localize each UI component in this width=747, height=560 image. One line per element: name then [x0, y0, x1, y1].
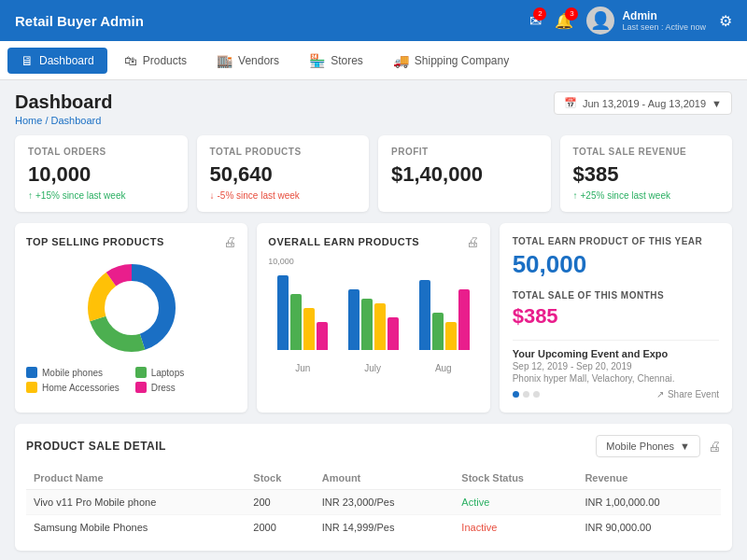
- date-range-picker[interactable]: 📅 Jun 13,2019 - Aug 13,2019 ▼: [554, 91, 732, 115]
- dashboard-icon: 🖥: [21, 53, 34, 68]
- legend-dot-home: [26, 382, 37, 393]
- bar-chart: 10,000: [268, 257, 478, 359]
- col-revenue: Revenue: [577, 467, 721, 490]
- dot-1[interactable]: [513, 391, 519, 398]
- event-footer: ↗ Share Event: [513, 389, 719, 399]
- category-dropdown[interactable]: Mobile Phones ▼: [596, 435, 700, 457]
- bar-jun-dress: [317, 322, 328, 350]
- arrow-down-icon: ↓: [210, 190, 215, 201]
- donut-legend: Mobile phones Laptops Home Accessories D…: [26, 367, 236, 393]
- bar-group-july: [340, 289, 407, 350]
- main-content: Dashboard Home / Dashboard 📅 Jun 13,2019…: [0, 80, 747, 560]
- earn-year-title: TOTAL EARN PRODUCT OF THIS YEAR: [513, 236, 719, 246]
- bar-aug-laptops: [432, 313, 444, 350]
- stat-sale-revenue: TOTAL SALE REVENUE $385 ↑ +25% since las…: [560, 135, 733, 212]
- breadcrumb-current: Dashboard: [51, 115, 102, 126]
- cell-status: Active: [454, 490, 577, 515]
- chevron-down-icon-2: ▼: [680, 441, 690, 452]
- nav-label-products: Products: [143, 54, 187, 67]
- bell-badge: 3: [565, 7, 578, 21]
- event-title: Your Upcoming Event and Expo: [513, 348, 719, 359]
- x-label-july: July: [364, 363, 381, 373]
- user-profile[interactable]: 👤 Admin Last seen : Active now: [586, 7, 706, 35]
- print-icon-2[interactable]: 🖨: [466, 234, 479, 249]
- bar-aug-mobile: [419, 280, 430, 350]
- nav-item-products[interactable]: 🛍 Products: [111, 48, 200, 74]
- mail-icon[interactable]: ✉ 2: [529, 12, 542, 30]
- stat-value-revenue: $385: [573, 162, 720, 187]
- overall-earn-card: OVERALL EARN PRODUCTS 🖨 10,000: [257, 223, 489, 413]
- col-product-name: Product Name: [26, 467, 246, 490]
- app-title: Retail Buyer Admin: [15, 13, 144, 29]
- cell-stock: 200: [246, 490, 314, 515]
- bar-aug-home: [445, 322, 457, 350]
- arrow-up-icon: ↑: [28, 190, 33, 201]
- nav-item-vendors[interactable]: 🏬 Vendors: [204, 48, 292, 74]
- stat-label-profit: PROFIT: [391, 147, 538, 157]
- x-label-aug: Aug: [435, 363, 452, 373]
- top-selling-card: TOP SELLING PRODUCTS 🖨 Mobile phones: [15, 223, 247, 413]
- table-row: Vivo v11 Pro Mobile phone 200 INR 23,000…: [26, 490, 721, 515]
- bar-group-jun: [268, 275, 335, 350]
- overall-earn-title: OVERALL EARN PRODUCTS: [268, 236, 419, 247]
- products-icon: 🛍: [124, 53, 137, 68]
- cell-revenue: INR 90,000.00: [577, 515, 721, 540]
- bar-july-laptops: [361, 299, 373, 350]
- calendar-icon: 📅: [564, 97, 577, 109]
- bars-container: [268, 257, 478, 350]
- bell-icon[interactable]: 🔔 3: [555, 12, 573, 30]
- stores-icon: 🏪: [309, 53, 325, 68]
- nav-label-dashboard: Dashboard: [39, 54, 94, 67]
- sale-month-value: $385: [513, 304, 719, 329]
- product-table: Product Name Stock Amount Stock Status R…: [26, 467, 721, 539]
- breadcrumb-home[interactable]: Home: [15, 115, 42, 126]
- nav-label-stores: Stores: [331, 54, 363, 67]
- stat-change-revenue: ↑ +25% since last week: [573, 190, 720, 201]
- navigation: 🖥 Dashboard 🛍 Products 🏬 Vendors 🏪 Store…: [0, 41, 747, 80]
- nav-item-stores[interactable]: 🏪 Stores: [296, 48, 376, 74]
- dot-3[interactable]: [533, 391, 540, 398]
- legend-dot-mobile: [26, 367, 37, 378]
- bar-jun-home: [303, 308, 315, 350]
- x-axis-labels: Jun July Aug: [268, 363, 478, 373]
- print-icon[interactable]: 🖨: [223, 234, 236, 249]
- sale-month-title: TOTAL SALE OF THIS MONTHS: [513, 290, 719, 301]
- bar-july-dress: [388, 317, 399, 350]
- admin-status: Last seen : Active now: [622, 22, 706, 32]
- settings-icon[interactable]: ⚙: [719, 12, 732, 30]
- overall-earn-header: OVERALL EARN PRODUCTS 🖨: [268, 234, 478, 249]
- page-header: Dashboard Home / Dashboard 📅 Jun 13,2019…: [15, 91, 732, 126]
- cell-amount: INR 14,999/Pes: [315, 515, 455, 540]
- bar-july-mobile: [348, 289, 359, 350]
- carousel-dots: [513, 391, 540, 398]
- mail-badge: 2: [533, 7, 546, 21]
- donut-chart: [26, 257, 236, 359]
- bar-aug-dress: [458, 289, 470, 350]
- page-title: Dashboard: [15, 91, 112, 113]
- event-location: Phonix hyper Mall, Velachory, Chennai.: [513, 373, 719, 384]
- arrow-up-icon-2: ↑: [573, 190, 578, 201]
- event-section: Your Upcoming Event and Expo Sep 12, 201…: [513, 340, 719, 399]
- share-event-button[interactable]: ↗ Share Event: [656, 389, 719, 399]
- col-amount: Amount: [315, 467, 455, 490]
- dropdown-value: Mobile Phones: [606, 441, 674, 452]
- cell-stock: 2000: [246, 515, 314, 540]
- dot-2[interactable]: [523, 391, 529, 398]
- stat-value-orders: 10,000: [28, 162, 175, 187]
- stat-value-products: 50,640: [210, 162, 357, 187]
- bar-july-home: [374, 303, 386, 350]
- earn-year-value: 50,000: [513, 250, 719, 279]
- admin-info: Admin Last seen : Active now: [622, 9, 706, 32]
- stat-change-orders: ↑ +15% since last week: [28, 190, 175, 201]
- bar-jun-laptops: [290, 294, 302, 350]
- nav-item-dashboard[interactable]: 🖥 Dashboard: [7, 48, 107, 74]
- event-date: Sep 12, 2019 - Sep 20, 2019: [513, 361, 719, 371]
- legend-mobile: Mobile phones: [26, 367, 128, 378]
- shipping-icon: 🚚: [393, 53, 409, 68]
- table-controls: Mobile Phones ▼ 🖨: [596, 435, 721, 457]
- vendors-icon: 🏬: [217, 53, 233, 68]
- legend-label-home: Home Accessories: [42, 383, 120, 393]
- print-icon-3[interactable]: 🖨: [708, 439, 721, 454]
- legend-laptops: Laptops: [135, 367, 237, 378]
- nav-item-shipping[interactable]: 🚚 Shipping Company: [380, 48, 522, 74]
